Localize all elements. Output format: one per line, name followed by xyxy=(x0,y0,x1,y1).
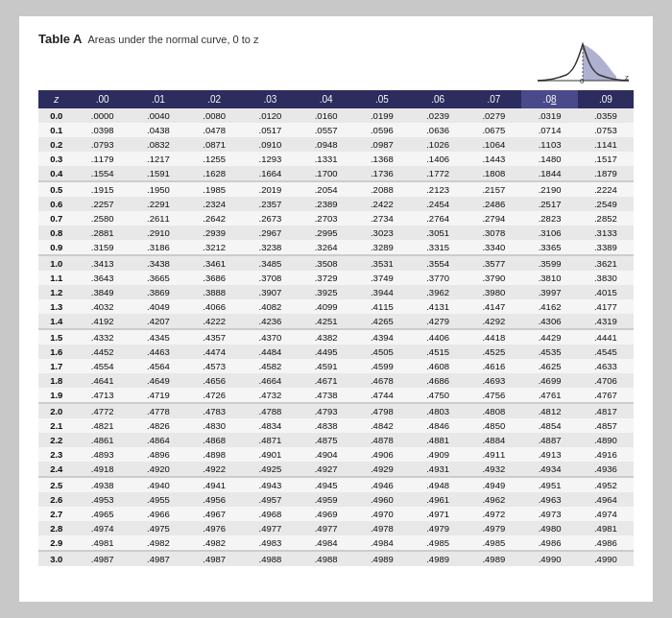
col-01: .01 xyxy=(131,90,186,108)
table-cell: .3438 xyxy=(131,255,186,271)
table-cell: .4881 xyxy=(410,433,466,447)
table-cell: .4977 xyxy=(299,521,354,535)
table-row: 0.2.0793.0832.0871.0910.0948.0987.1026.1… xyxy=(38,137,634,152)
table-cell: .0596 xyxy=(354,123,410,137)
table-cell: .3830 xyxy=(578,271,634,285)
table-cell: .4969 xyxy=(299,507,354,521)
table-cell: .2580 xyxy=(75,211,131,226)
table-cell: .4332 xyxy=(75,329,131,345)
table-cell: .4987 xyxy=(75,551,131,566)
table-cell: .2454 xyxy=(410,197,466,211)
z-value: 1.4 xyxy=(38,314,75,329)
table-cell: .4406 xyxy=(410,329,466,345)
table-cell: .4904 xyxy=(299,447,354,462)
table-cell: .3365 xyxy=(521,240,577,255)
table-cell: .4987 xyxy=(186,551,242,566)
z-value: 2.7 xyxy=(38,507,75,521)
table-cell: .3997 xyxy=(521,285,577,299)
table-cell: .4564 xyxy=(131,359,186,373)
table-cell: .4279 xyxy=(410,314,466,329)
table-cell: .2881 xyxy=(75,226,131,240)
table-cell: .4901 xyxy=(242,447,298,462)
table-cell: .4772 xyxy=(75,403,131,418)
table-cell: .4761 xyxy=(521,388,577,403)
table-cell: .0199 xyxy=(354,108,410,123)
table-cell: .0987 xyxy=(354,137,410,152)
table-cell: .0398 xyxy=(75,123,131,137)
table-cell: .4981 xyxy=(578,521,634,535)
table-cell: .3485 xyxy=(242,255,298,271)
table-cell: .0000 xyxy=(75,108,131,123)
table-cell: .4922 xyxy=(186,462,242,477)
table-cell: .4115 xyxy=(354,299,410,314)
table-row: 1.7.4554.4564.4573.4582.4591.4599.4608.4… xyxy=(38,359,634,373)
z-value: 1.5 xyxy=(38,329,75,345)
table-cell: .1950 xyxy=(131,181,186,197)
col-05: .05 xyxy=(354,90,410,108)
table-cell: .1736 xyxy=(354,166,410,181)
table-cell: .4951 xyxy=(521,477,577,492)
table-cell: .4868 xyxy=(186,433,242,447)
table-cell: .4962 xyxy=(466,492,521,507)
table-cell: .3621 xyxy=(578,255,634,271)
table-cell: .4738 xyxy=(299,388,354,403)
table-cell: .4535 xyxy=(521,345,577,359)
table-cell: .4515 xyxy=(410,345,466,359)
table-cell: .4778 xyxy=(131,403,186,418)
table-cell: .1406 xyxy=(410,152,466,166)
table-row: 2.0.4772.4778.4783.4788.4793.4798.4803.4… xyxy=(38,403,634,418)
table-cell: .4812 xyxy=(521,403,577,418)
table-cell: .4525 xyxy=(466,345,521,359)
table-row: 3.0.4987.4987.4987.4988.4988.4989.4989.4… xyxy=(38,551,634,566)
table-cell: .3264 xyxy=(299,240,354,255)
table-cell: .2486 xyxy=(466,197,521,211)
table-cell: .1517 xyxy=(578,152,634,166)
table-cell: .4898 xyxy=(186,447,242,462)
table-cell: .1103 xyxy=(521,137,577,152)
table-row: 1.4.4192.4207.4222.4236.4251.4265.4279.4… xyxy=(38,314,634,329)
table-cell: .3729 xyxy=(299,271,354,285)
table-cell: .4936 xyxy=(578,462,634,477)
table-cell: .1879 xyxy=(578,166,634,181)
table-cell: .4941 xyxy=(186,477,242,492)
table-cell: .4931 xyxy=(410,462,466,477)
table-cell: .4713 xyxy=(75,388,131,403)
bell-curve-container: z 0 xyxy=(528,32,634,84)
table-cell: .4857 xyxy=(578,418,634,433)
table-cell: .4952 xyxy=(578,477,634,492)
z-value: 2.6 xyxy=(38,492,75,507)
table-cell: .4826 xyxy=(131,418,186,433)
table-cell: .4082 xyxy=(242,299,298,314)
table-cell: .4974 xyxy=(75,521,131,535)
table-cell: .3289 xyxy=(354,240,410,255)
table-cell: .4265 xyxy=(354,314,410,329)
z-value: 1.0 xyxy=(38,255,75,271)
table-row: 0.4.1554.1591.1628.1664.1700.1736.1772.1… xyxy=(38,166,634,181)
z-value: 0.8 xyxy=(38,226,75,240)
table-cell: .4949 xyxy=(466,477,521,492)
table-row: 1.1.3643.3665.3686.3708.3729.3749.3770.3… xyxy=(38,271,634,285)
table-cell: .1141 xyxy=(578,137,634,152)
table-cell: .1700 xyxy=(299,166,354,181)
table-cell: .2422 xyxy=(354,197,410,211)
z-value: 1.3 xyxy=(38,299,75,314)
table-cell: .4251 xyxy=(299,314,354,329)
table-cell: .4793 xyxy=(299,403,354,418)
table-cell: .3340 xyxy=(466,240,521,255)
table-cell: .4932 xyxy=(466,462,521,477)
table-cell: .2517 xyxy=(521,197,577,211)
table-cell: .2357 xyxy=(242,197,298,211)
z-value: 2.3 xyxy=(38,447,75,462)
table-cell: .4452 xyxy=(75,345,131,359)
table-cell: .2642 xyxy=(186,211,242,226)
table-row: 2.3.4893.4896.4898.4901.4904.4906.4909.4… xyxy=(38,447,634,462)
col-00: .00 xyxy=(75,90,131,108)
table-cell: .2611 xyxy=(131,211,186,226)
table-cell: .4706 xyxy=(578,373,634,388)
table-cell: .3708 xyxy=(242,271,298,285)
table-cell: .3686 xyxy=(186,271,242,285)
table-cell: .4582 xyxy=(242,359,298,373)
col-03: .03 xyxy=(242,90,298,108)
z-value: 1.2 xyxy=(38,285,75,299)
table-cell: .2224 xyxy=(578,181,634,197)
